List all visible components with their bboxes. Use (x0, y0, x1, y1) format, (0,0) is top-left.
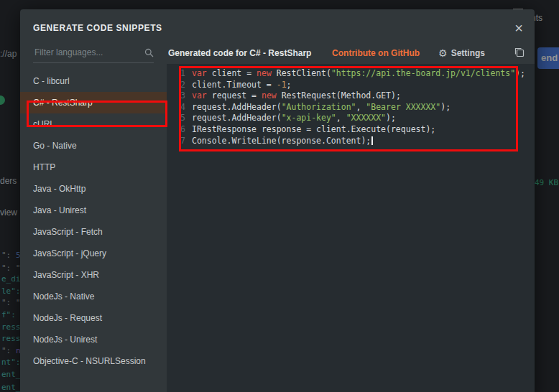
codegen-header: Generated code for C# - RestSharp Contri… (167, 42, 535, 64)
copy-code-button[interactable] (514, 47, 525, 60)
contribute-github-link[interactable]: Contribute on GitHub (332, 48, 420, 58)
language-item-nodejs-native[interactable]: NodeJs - Native (20, 286, 167, 307)
language-item-java-okhttp[interactable]: Java - OkHttp (20, 178, 167, 200)
modal-header: GENERATE CODE SNIPPETS × (20, 9, 535, 42)
language-item-java-unirest[interactable]: Java - Unirest (20, 200, 167, 221)
language-item-c-libcurl[interactable]: C - libcurl (20, 70, 167, 92)
gear-icon: ⚙ (438, 48, 448, 58)
language-item-http[interactable]: HTTP (20, 157, 167, 178)
generated-code-title: Generated code for C# - RestSharp (168, 48, 332, 58)
language-item-objective-c-nsurlsession[interactable]: Objective-C - NSURLSession (20, 350, 167, 372)
language-sidebar: C - libcurlC# - RestSharpcURLGo - Native… (20, 42, 167, 392)
close-icon[interactable]: × (514, 23, 523, 33)
language-item-go-native[interactable]: Go - Native (20, 135, 167, 157)
red-highlight-annotation-sidebar (27, 101, 167, 127)
app-screen: nts end ://ap ders view 49 KB ": 521": "… (0, 0, 559, 392)
language-item-javascript-jquery[interactable]: JavaScript - jQuery (20, 243, 167, 264)
language-filter (33, 47, 154, 63)
red-highlight-annotation-code (179, 66, 518, 151)
language-item-javascript-fetch[interactable]: JavaScript - Fetch (20, 221, 167, 243)
settings-button[interactable]: ⚙ Settings (438, 48, 485, 58)
language-item-nodejs-unirest[interactable]: NodeJs - Unirest (20, 329, 167, 350)
copy-icon (514, 47, 525, 60)
language-item-javascript-xhr[interactable]: JavaScript - XHR (20, 264, 167, 286)
filter-languages-input[interactable] (33, 47, 144, 58)
settings-label: Settings (451, 48, 485, 58)
search-icon (144, 48, 154, 57)
modal-title: GENERATE CODE SNIPPETS (33, 23, 162, 33)
language-item-nodejs-request[interactable]: NodeJs - Request (20, 307, 167, 329)
